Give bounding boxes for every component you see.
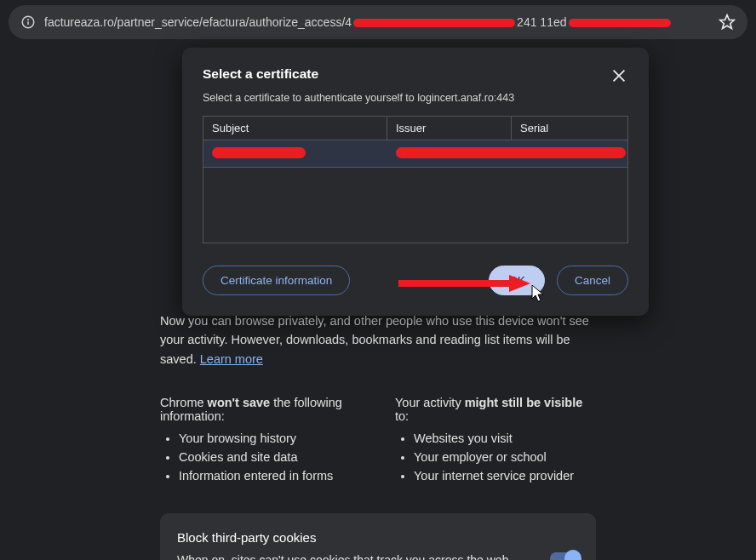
site-info-icon[interactable] [20,14,36,30]
col1-title: Chrome won't save the following informat… [160,396,361,423]
list-item: Information entered in forms [179,469,361,483]
certificate-row[interactable] [203,140,627,168]
certificate-dialog: Select a certificate Select a certificat… [182,48,649,316]
list-item: Websites you visit [414,431,596,445]
dialog-title: Select a certificate [203,66,318,82]
cookie-title: Block third-party cookies [177,529,533,548]
col-subject: Subject [203,117,387,140]
ok-button[interactable]: OK [489,266,545,295]
address-bar[interactable]: factureaza.ro/partner_service/efactura/a… [9,5,747,39]
dialog-subtitle: Select a certificate to authenticate you… [203,92,628,104]
list-item: Cookies and site data [179,450,361,464]
learn-more-link[interactable]: Learn more [200,352,263,366]
visible-to-column: Your activity might still be visible to:… [395,396,596,488]
wont-save-column: Chrome won't save the following informat… [160,396,361,488]
col2-title: Your activity might still be visible to: [395,396,596,423]
cancel-button[interactable]: Cancel [557,266,628,295]
redacted-subject [212,147,306,158]
list-item: Your browsing history [179,431,361,445]
col-serial: Serial [512,117,627,140]
list-item: Your employer or school [414,450,596,464]
col1-list: Your browsing history Cookies and site d… [160,431,361,483]
col-issuer: Issuer [387,117,512,140]
svg-marker-3 [720,15,735,29]
third-party-cookies-box: Block third-party cookies When on, sites… [160,513,596,560]
redacted-issuer-serial [396,147,626,158]
incognito-page: Now you can browse privately, and other … [0,311,756,560]
cookie-desc: When on, sites can't use cookies that tr… [177,551,533,560]
certificate-table: Subject Issuer Serial [203,116,628,243]
svg-point-2 [28,20,29,20]
redacted-url-segment [353,19,515,27]
close-icon[interactable] [610,66,628,85]
url-text: factureaza.ro/partner_service/efactura/a… [44,15,712,29]
bookmark-star-icon[interactable] [719,14,736,31]
table-header: Subject Issuer Serial [203,117,627,140]
certificate-information-button[interactable]: Certificate information [203,266,350,295]
cookies-toggle[interactable] [550,552,579,560]
col2-list: Websites you visit Your employer or scho… [395,431,596,483]
list-item: Your internet service provider [414,469,596,483]
redacted-url-segment [569,19,671,27]
